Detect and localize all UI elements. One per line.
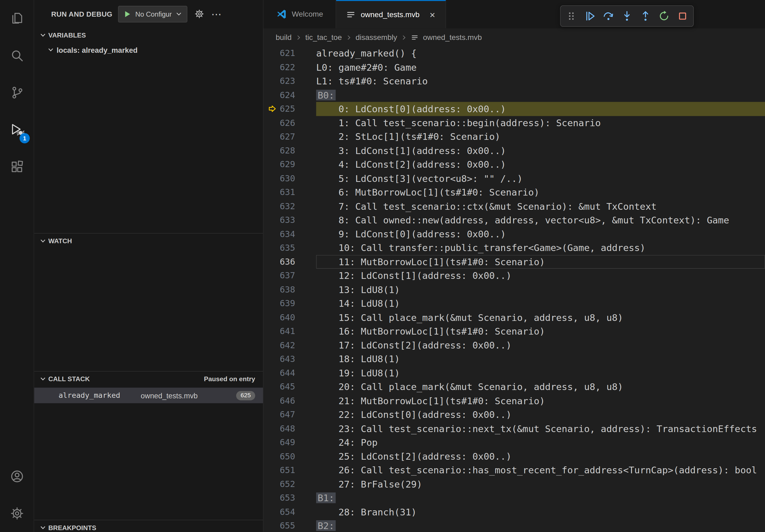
run-and-debug-icon[interactable]: 1 [0,111,34,148]
account-icon[interactable] [0,458,34,495]
watch-section-header[interactable]: WATCH [34,234,263,248]
line-gutter[interactable]: 640 [264,311,316,324]
line-gutter[interactable]: 636 [264,255,316,269]
code-line[interactable]: 623L1: ts#1#0: Scenario [264,74,765,88]
code-line[interactable]: 648 23: Call test_scenario::next_tx(&mut… [264,421,765,435]
variables-scope-row[interactable]: locals: already_marked [34,42,263,57]
code-line[interactable]: 651 26: Call test_scenario::has_most_rec… [264,463,765,477]
code-line[interactable]: 645 20: Call place_mark(&mut Scenario, a… [264,380,765,394]
line-gutter[interactable]: 655 [264,519,316,532]
code-line[interactable]: 643 18: LdU8(1) [264,352,765,366]
line-gutter[interactable]: 622 [264,60,316,74]
breakpoints-section-header[interactable]: BREAKPOINTS [34,520,263,532]
code-line[interactable]: 641 16: MutBorrowLoc[1](ts#1#0: Scenario… [264,324,765,338]
code-line[interactable]: 622L0: game#2#0: Game [264,60,765,74]
close-icon[interactable]: ✕ [429,11,435,18]
line-gutter[interactable]: 632 [264,199,316,213]
line-gutter[interactable]: 637 [264,269,316,283]
line-gutter[interactable]: 625 [264,102,316,116]
settings-gear-icon[interactable] [0,495,34,532]
code-line[interactable]: 632 7: Call test_scenario::ctx(&mut Scen… [264,199,765,213]
code-line[interactable]: 647 22: LdConst[0](address: 0x00..) [264,408,765,421]
more-actions-icon[interactable]: ⋯ [211,9,222,19]
line-gutter[interactable]: 644 [264,366,316,380]
stop-button[interactable] [673,6,692,26]
line-gutter[interactable]: 645 [264,380,316,394]
code-line[interactable]: 646 21: MutBorrowLoc[1](ts#1#0: Scenario… [264,394,765,408]
debug-config-dropdown[interactable]: No Configur [118,6,187,22]
code-line[interactable]: 637 12: LdConst[1](address: 0x00..) [264,269,765,283]
line-gutter[interactable]: 642 [264,338,316,352]
code-line[interactable]: 625 0: LdConst[0](address: 0x00..) [264,102,765,116]
line-gutter[interactable]: 630 [264,171,316,185]
code-line[interactable]: 635 10: Call transfer::public_transfer<G… [264,241,765,255]
line-gutter[interactable]: 647 [264,408,316,421]
variables-section-header[interactable]: VARIABLES [34,28,263,43]
line-gutter[interactable]: 646 [264,394,316,408]
explorer-icon[interactable] [0,0,34,37]
code-line[interactable]: 655B2: [264,519,765,532]
line-gutter[interactable]: 621 [264,46,316,60]
step-into-button[interactable] [618,6,636,26]
code-line[interactable]: 644 19: LdU8(1) [264,366,765,380]
toolbar-drag-handle[interactable] [562,6,581,26]
code-line[interactable]: 633 8: Call owned::new(address, address,… [264,213,765,227]
breadcrumb-item-file[interactable]: owned_tests.mvb [423,33,482,42]
code-line[interactable]: 631 6: MutBorrowLoc[1](ts#1#0: Scenario) [264,185,765,199]
code-line[interactable]: 629 4: LdConst[2](address: 0x00..) [264,157,765,171]
code-line[interactable]: 638 13: LdU8(1) [264,283,765,297]
line-gutter[interactable]: 650 [264,449,316,463]
code-line[interactable]: 654 28: Branch(31) [264,505,765,519]
code-line[interactable]: 639 14: LdU8(1) [264,297,765,311]
code-line[interactable]: 650 25: LdConst[2](address: 0x00..) [264,449,765,463]
code-line[interactable]: 624B0: [264,88,765,102]
line-gutter[interactable]: 624 [264,88,316,102]
code-line[interactable]: 640 15: Call place_mark(&mut Scenario, a… [264,311,765,324]
line-gutter[interactable]: 628 [264,143,316,157]
line-gutter[interactable]: 652 [264,477,316,491]
code-line[interactable]: 653B1: [264,491,765,505]
code-line[interactable]: 628 3: LdConst[1](address: 0x00..) [264,143,765,157]
step-out-button[interactable] [636,6,655,26]
source-control-icon[interactable] [0,74,34,111]
call-stack-section-header[interactable]: CALL STACK Paused on entry [34,372,263,386]
line-gutter[interactable]: 639 [264,297,316,311]
restart-button[interactable] [655,6,673,26]
line-gutter[interactable]: 641 [264,324,316,338]
code-line[interactable]: 621already_marked() { [264,46,765,60]
breadcrumb-item[interactable]: tic_tac_toe [305,33,342,42]
code-area[interactable]: 621already_marked() {622L0: game#2#0: Ga… [264,46,765,532]
line-gutter[interactable]: 631 [264,185,316,199]
continue-button[interactable] [581,6,599,26]
code-line[interactable]: 630 5: LdConst[3](vector<u8>: "" /..) [264,171,765,185]
code-line[interactable]: 636 11: MutBorrowLoc[1](ts#1#0: Scenario… [264,255,765,269]
code-line[interactable]: 652 27: BrFalse(29) [264,477,765,491]
line-gutter[interactable]: 635 [264,241,316,255]
line-gutter[interactable]: 648 [264,421,316,435]
stack-frame-row[interactable]: already_marked owned_tests.mvb 625 [34,388,263,403]
line-gutter[interactable]: 627 [264,130,316,143]
line-gutter[interactable]: 623 [264,74,316,88]
line-gutter[interactable]: 626 [264,116,316,130]
line-gutter[interactable]: 638 [264,283,316,297]
line-gutter[interactable]: 643 [264,352,316,366]
extensions-icon[interactable] [0,148,34,185]
code-line[interactable]: 642 17: LdConst[2](address: 0x00..) [264,338,765,352]
line-gutter[interactable]: 653 [264,491,316,505]
code-line[interactable]: 649 24: Pop [264,435,765,449]
line-gutter[interactable]: 629 [264,157,316,171]
line-gutter[interactable]: 651 [264,463,316,477]
breadcrumb-item[interactable]: build [276,33,292,42]
breadcrumb-item[interactable]: disassembly [356,33,397,42]
tab-welcome[interactable]: Welcome [264,0,337,28]
debug-settings-gear-icon[interactable] [194,9,204,19]
line-gutter[interactable]: 634 [264,227,316,241]
code-line[interactable]: 627 2: StLoc[1](ts#1#0: Scenario) [264,130,765,143]
search-icon[interactable] [0,37,34,74]
line-gutter[interactable]: 654 [264,505,316,519]
line-gutter[interactable]: 633 [264,213,316,227]
tab-owned-tests[interactable]: owned_tests.mvb ✕ [337,0,446,28]
line-gutter[interactable]: 649 [264,435,316,449]
start-debug-icon[interactable] [123,9,132,18]
code-line[interactable]: 626 1: Call test_scenario::begin(address… [264,116,765,130]
